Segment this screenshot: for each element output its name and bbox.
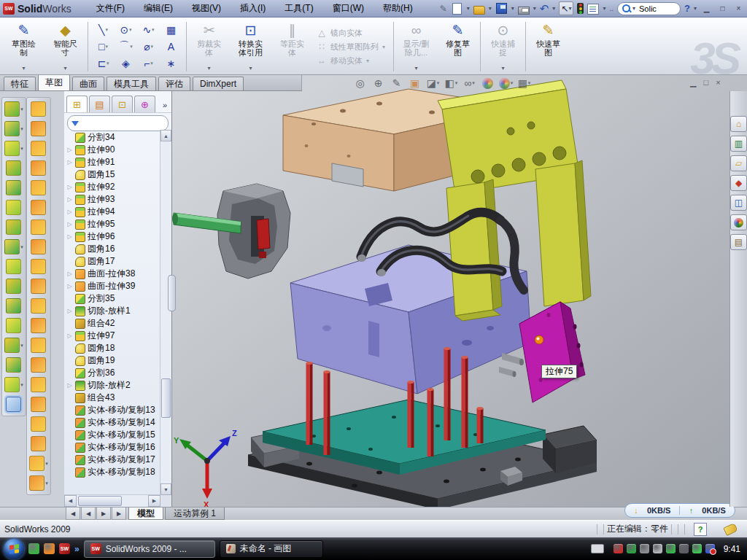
dropdown-arrow-icon[interactable]: ▾ [20, 343, 23, 349]
dropdown-arrow-icon[interactable]: ▾ [107, 61, 109, 66]
menu-item[interactable]: 编辑(E) [144, 2, 173, 15]
sketch-fillet-icon[interactable]: ⌐▾ [137, 55, 160, 72]
start-button[interactable] [4, 539, 24, 559]
traffic-light-icon[interactable] [577, 3, 584, 14]
tree-item[interactable]: 圆角15 [66, 168, 160, 181]
point-tool-icon[interactable]: ∗ [160, 55, 182, 72]
tree-item[interactable]: ▷拉伸92 [66, 181, 160, 193]
slot-tool-icon[interactable]: ⊏▾ [92, 55, 115, 72]
tree-item[interactable]: 组合43 [66, 392, 160, 404]
menu-item[interactable]: 视图(V) [192, 2, 221, 15]
messenger-status-icon[interactable] [705, 544, 715, 553]
ribbon-button[interactable]: ✂剪裁实体▾ [188, 20, 230, 74]
tree-vertical-scrollbar[interactable]: ▲ ▼ [160, 130, 171, 495]
dropdown-arrow-icon[interactable]: ▾ [511, 5, 514, 12]
tag-icon[interactable] [723, 523, 738, 536]
toolbar-overflow[interactable]: .. [609, 4, 614, 12]
expand-arrow-icon[interactable]: ▷ [66, 221, 73, 228]
tree-item[interactable]: 分割35 [66, 292, 160, 305]
expand-arrow-icon[interactable]: ▷ [66, 196, 73, 203]
filled-surface-icon[interactable] [31, 180, 47, 195]
tree-item[interactable]: ▷曲面-拉伸39 [66, 280, 160, 292]
tree-item[interactable]: 实体-移动/复制17 [66, 454, 160, 466]
help-icon[interactable]: ? [684, 3, 690, 14]
panel-splitter-handle[interactable] [168, 275, 176, 311]
solidworks-quicklaunch-icon[interactable]: SW [59, 543, 70, 554]
scroll-left-icon[interactable]: ◀ [64, 495, 77, 507]
measure-icon[interactable] [6, 397, 22, 412]
expand-arrow-icon[interactable]: ▷ [66, 382, 73, 389]
dropdown-arrow-icon[interactable]: ▾ [533, 5, 536, 12]
tree-item[interactable]: 分割36 [66, 367, 160, 379]
linear-pattern-icon[interactable]: ▾ [4, 239, 23, 254]
doc-tab-运动算例 1[interactable]: 运动算例 1 [165, 508, 225, 520]
dropdown-arrow-icon[interactable]: ▾ [552, 5, 555, 12]
model-viewport[interactable]: Y Z X [172, 75, 747, 507]
menu-item[interactable]: 文件(F) [96, 2, 125, 15]
safety-center-icon[interactable] [692, 544, 702, 553]
tab-评估[interactable]: 评估 [158, 77, 190, 90]
extend-surface-icon[interactable] [31, 338, 47, 353]
tree-item[interactable]: 分割34 [66, 131, 160, 144]
view-palette-icon[interactable]: ◫ [730, 195, 747, 211]
dropdown-arrow-icon[interactable]: ▾ [105, 27, 108, 33]
dropdown-arrow-icon[interactable]: ▾ [455, 80, 458, 86]
ribbon-button[interactable]: ◆智能尺寸▾ [44, 20, 86, 74]
expand-arrow-icon[interactable]: ▷ [66, 209, 73, 215]
shell-icon[interactable] [6, 180, 22, 195]
dropdown-arrow-icon[interactable]: ▾ [105, 44, 108, 50]
ribbon-button[interactable]: ∥等距实体 [271, 20, 313, 74]
first-study-button[interactable]: ◀ [66, 508, 80, 520]
tab-草图[interactable]: 草图 [38, 74, 70, 90]
spline-surface-icon[interactable]: ▾ [29, 456, 48, 471]
ribbon-stack-item[interactable]: ∷线性草图阵列▾ [317, 42, 388, 52]
dropdown-arrow-icon[interactable]: ▾ [129, 27, 132, 33]
zoom-area-icon[interactable]: ⊕ [370, 76, 387, 90]
taskbar-clock[interactable]: 9:41 [724, 544, 740, 554]
launcher-icon[interactable] [44, 543, 55, 554]
hole-wizard-icon[interactable] [6, 219, 22, 235]
tree-item[interactable]: ▷拉伸93 [66, 193, 160, 206]
next-study-button[interactable]: ▶ [96, 508, 111, 520]
expand-arrow-icon[interactable]: ▷ [66, 159, 73, 166]
line-tool-icon[interactable]: ╲▾ [92, 22, 115, 39]
curve-icon[interactable]: ▾ [4, 377, 23, 392]
tree-item[interactable]: ▷拉伸91 [66, 156, 160, 168]
dropdown-arrow-icon[interactable]: ▾ [20, 146, 23, 152]
fillet-icon[interactable]: ▾ [4, 141, 23, 156]
minimize-button[interactable]: ▁ [700, 3, 713, 14]
rib-icon[interactable] [6, 259, 22, 274]
menu-item[interactable]: 窗口(W) [333, 2, 364, 15]
doc-tab-模型[interactable]: 模型 [128, 508, 163, 520]
extrude-boss-icon[interactable]: ▾ [4, 101, 23, 117]
scroll-thumb[interactable] [161, 378, 171, 418]
dropdown-arrow-icon[interactable]: ▾ [150, 61, 153, 66]
custom-properties-icon[interactable]: ▤ [730, 234, 747, 250]
dropdown-arrow-icon[interactable]: ▾ [20, 382, 23, 388]
surface-extrude-icon[interactable] [31, 219, 47, 235]
dropdown-arrow-icon[interactable]: ▾ [45, 481, 48, 486]
polygon-tool-icon[interactable]: ◈ [115, 55, 137, 72]
dropdown-arrow-icon[interactable]: ▾ [366, 58, 372, 64]
propertymanager-tab-icon[interactable]: ▤ [89, 96, 110, 112]
surface-revolve-icon[interactable] [31, 121, 47, 136]
tree-item[interactable]: 圆角19 [66, 354, 160, 367]
search-box[interactable]: ▾ [617, 2, 681, 15]
taskbar-task[interactable]: 未命名 - 画图 [220, 540, 323, 558]
file-explorer-icon[interactable]: ▱ [730, 155, 747, 171]
ribbon-stack-item[interactable]: △镜向实体 [317, 28, 388, 39]
dimxpertmanager-tab-icon[interactable]: ⊕ [134, 96, 155, 112]
new-document-icon[interactable] [452, 3, 462, 15]
dropdown-arrow-icon[interactable]: ▾ [45, 461, 48, 467]
messenger-icon[interactable] [28, 543, 39, 554]
surface-loft-icon[interactable] [31, 141, 47, 156]
dropdown-arrow-icon[interactable]: ▾ [472, 80, 475, 86]
freeform-icon[interactable] [31, 239, 47, 254]
ribbon-button[interactable]: ⊙快速捕捉▾ [482, 20, 524, 74]
dropdown-arrow-icon[interactable]: ▾ [152, 27, 155, 33]
tree-item[interactable]: ▷曲面-拉伸38 [66, 268, 160, 280]
scroll-thumb[interactable] [78, 496, 122, 506]
tree-item[interactable]: 实体-移动/复制15 [66, 429, 160, 441]
expand-arrow-icon[interactable]: ▷ [66, 283, 73, 289]
untrim-surface-icon[interactable] [31, 377, 47, 392]
